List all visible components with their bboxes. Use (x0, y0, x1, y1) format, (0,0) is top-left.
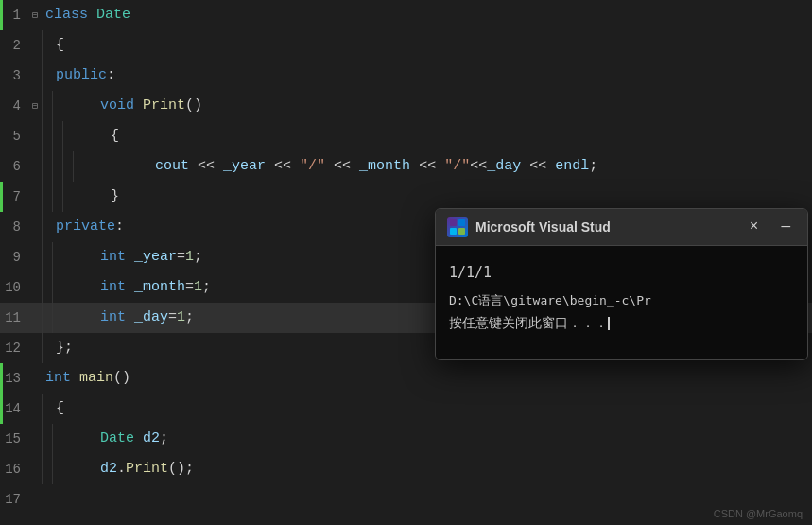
indent-guide (52, 272, 53, 303)
line-number: 14 (0, 401, 28, 416)
line-content: d2.Print(); (62, 454, 812, 484)
line-content: { (52, 394, 812, 424)
indent-guide (42, 242, 43, 272)
indent-guide (42, 212, 43, 242)
popup-logo-icon (447, 217, 468, 237)
cursor (608, 317, 610, 330)
code-line: 6 cout << _year << "/" << _month << "/"<… (0, 151, 812, 182)
indent-guide (42, 333, 43, 363)
line-content: cout << _year << "/" << _month << "/"<<_… (83, 151, 812, 182)
line-number: 12 (0, 341, 28, 356)
line-number: 1 (0, 8, 28, 23)
line-content: class Date (42, 0, 812, 30)
indent-guide (42, 272, 43, 303)
indent-guide (42, 424, 43, 454)
svg-rect-1 (458, 219, 465, 226)
line-content: { (52, 30, 812, 61)
line-number: 17 (0, 492, 28, 507)
line-number: 7 (0, 189, 28, 204)
code-line: 15 Date d2; (0, 424, 812, 454)
indent-guide (42, 121, 43, 151)
line-number: 16 (0, 462, 28, 477)
indent-guide (62, 151, 63, 182)
popup-title: Microsoft Visual Stud (475, 219, 736, 235)
code-line: 14{ (0, 394, 812, 424)
line-number: 8 (0, 219, 28, 235)
editor-container: 1⊟class Date2{3public:4⊟ void Print()5 {… (0, 0, 812, 525)
line-number: 6 (0, 159, 28, 174)
popup-output-line3: 按任意键关闭此窗口．．． (449, 315, 794, 332)
code-line: 3public: (0, 61, 812, 91)
indent-guide (52, 91, 53, 121)
line-number: 13 (0, 371, 28, 386)
modified-indicator (0, 394, 3, 424)
indent-guide (73, 151, 74, 182)
watermark: CSDN @MrGaomq (714, 508, 803, 519)
popup-window: Microsoft Visual Stud × — 1/1/1 D:\C语言\g… (435, 208, 808, 360)
indent-guide (42, 394, 43, 424)
modified-indicator (0, 0, 3, 30)
indent-guide (52, 424, 53, 454)
modified-indicator (0, 363, 3, 394)
popup-output-line2: D:\C语言\gitware\begin_-c\Pr (449, 291, 794, 311)
line-number: 4 (0, 98, 28, 114)
modified-indicator (0, 182, 3, 212)
indent-guide (52, 242, 53, 272)
popup-minimize-button[interactable]: — (775, 217, 796, 237)
indent-guide (42, 454, 43, 484)
line-content: void Print() (62, 91, 812, 121)
line-content: Date d2; (62, 424, 812, 454)
indent-guide (52, 303, 53, 333)
line-number: 10 (0, 280, 28, 295)
indent-guide (52, 182, 53, 212)
indent-guide (62, 121, 63, 151)
popup-header: Microsoft Visual Stud × — (436, 209, 807, 246)
popup-output-line1: 1/1/1 (449, 261, 794, 284)
line-number: 3 (0, 68, 28, 83)
gutter: ⊟ (28, 100, 42, 112)
indent-guide (62, 182, 63, 212)
indent-guide (42, 61, 43, 91)
line-number: 11 (0, 310, 28, 325)
code-line: 17 (0, 484, 812, 515)
fold-icon[interactable]: ⊟ (32, 9, 38, 21)
line-number: 15 (0, 431, 28, 446)
popup-close-button[interactable]: × (744, 217, 765, 237)
indent-guide (42, 182, 43, 212)
indent-guide (52, 151, 53, 182)
line-content: int main() (42, 363, 812, 394)
indent-guide (42, 151, 43, 182)
indent-guide (52, 121, 53, 151)
line-content: { (73, 121, 812, 151)
code-line: 5 { (0, 121, 812, 151)
indent-guide (42, 303, 43, 333)
line-number: 2 (0, 38, 28, 53)
indent-guide (42, 91, 43, 121)
svg-rect-3 (458, 228, 465, 235)
code-line: 13int main() (0, 363, 812, 394)
svg-rect-2 (450, 228, 457, 235)
line-content: public: (52, 61, 812, 91)
fold-icon[interactable]: ⊟ (32, 100, 38, 112)
line-number: 5 (0, 129, 28, 144)
code-line: 16 d2.Print(); (0, 454, 812, 484)
line-number: 9 (0, 250, 28, 265)
code-line: 4⊟ void Print() (0, 91, 812, 121)
popup-body: 1/1/1 D:\C语言\gitware\begin_-c\Pr 按任意键关闭此… (436, 246, 807, 359)
indent-guide (42, 30, 43, 61)
code-line: 1⊟class Date (0, 0, 812, 30)
code-line: 2{ (0, 30, 812, 61)
svg-rect-0 (450, 219, 457, 226)
gutter: ⊟ (28, 9, 42, 21)
indent-guide (52, 454, 53, 484)
